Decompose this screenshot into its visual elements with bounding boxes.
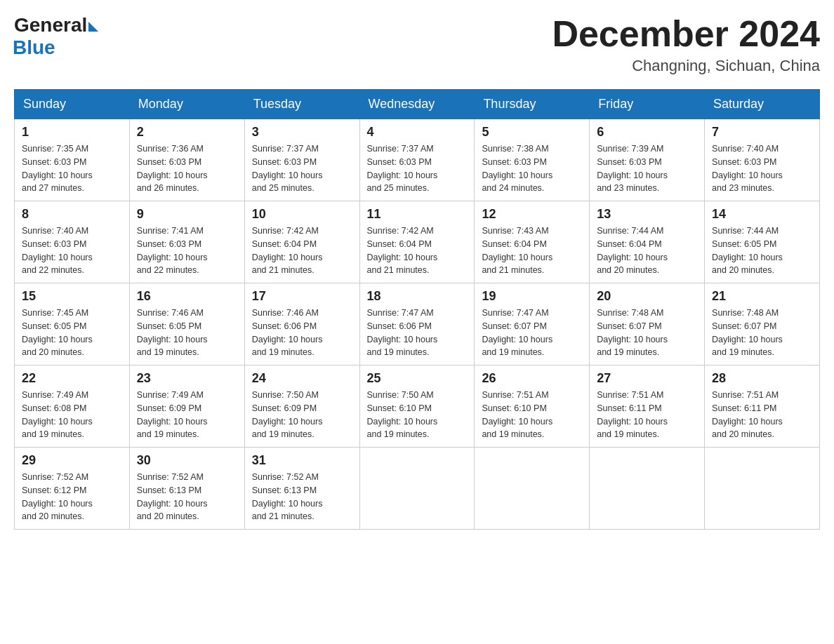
table-row: 8 Sunrise: 7:40 AM Sunset: 6:03 PM Dayli… (15, 201, 130, 283)
day-info: Sunrise: 7:52 AM Sunset: 6:12 PM Dayligh… (22, 471, 122, 523)
day-info: Sunrise: 7:39 AM Sunset: 6:03 PM Dayligh… (597, 142, 697, 195)
day-number: 2 (137, 125, 237, 140)
month-title: December 2024 (552, 14, 820, 54)
day-number: 29 (22, 453, 122, 468)
col-wednesday: Wednesday (359, 90, 475, 119)
day-info: Sunrise: 7:49 AM Sunset: 6:08 PM Dayligh… (22, 389, 122, 441)
day-number: 12 (482, 207, 582, 222)
calendar-week-row: 8 Sunrise: 7:40 AM Sunset: 6:03 PM Dayli… (15, 201, 820, 283)
table-row: 9 Sunrise: 7:41 AM Sunset: 6:03 PM Dayli… (129, 201, 244, 283)
logo: General Blue (14, 14, 98, 59)
table-row (359, 448, 475, 530)
day-number: 7 (712, 125, 812, 140)
table-row: 13 Sunrise: 7:44 AM Sunset: 6:04 PM Dayl… (590, 201, 705, 283)
table-row: 24 Sunrise: 7:50 AM Sunset: 6:09 PM Dayl… (244, 365, 359, 448)
page-header: General Blue December 2024 Changning, Si… (14, 14, 820, 75)
day-info: Sunrise: 7:47 AM Sunset: 6:06 PM Dayligh… (367, 307, 468, 359)
calendar-table: Sunday Monday Tuesday Wednesday Thursday… (14, 89, 820, 530)
table-row: 21 Sunrise: 7:48 AM Sunset: 6:07 PM Dayl… (705, 283, 820, 365)
calendar-week-row: 1 Sunrise: 7:35 AM Sunset: 6:03 PM Dayli… (15, 119, 820, 201)
table-row: 26 Sunrise: 7:51 AM Sunset: 6:10 PM Dayl… (475, 365, 590, 448)
day-number: 20 (597, 289, 697, 304)
table-row: 19 Sunrise: 7:47 AM Sunset: 6:07 PM Dayl… (475, 283, 590, 365)
day-number: 5 (482, 125, 582, 140)
day-info: Sunrise: 7:51 AM Sunset: 6:11 PM Dayligh… (712, 389, 812, 441)
day-info: Sunrise: 7:52 AM Sunset: 6:13 PM Dayligh… (252, 471, 352, 523)
table-row: 18 Sunrise: 7:47 AM Sunset: 6:06 PM Dayl… (359, 283, 475, 365)
title-block: December 2024 Changning, Sichuan, China (552, 14, 820, 75)
day-info: Sunrise: 7:44 AM Sunset: 6:04 PM Dayligh… (597, 224, 697, 277)
calendar-week-row: 22 Sunrise: 7:49 AM Sunset: 6:08 PM Dayl… (15, 365, 820, 448)
day-info: Sunrise: 7:45 AM Sunset: 6:05 PM Dayligh… (22, 307, 122, 359)
col-saturday: Saturday (705, 90, 820, 119)
table-row: 16 Sunrise: 7:46 AM Sunset: 6:05 PM Dayl… (129, 283, 244, 365)
day-info: Sunrise: 7:48 AM Sunset: 6:07 PM Dayligh… (597, 307, 697, 359)
day-number: 14 (712, 207, 812, 222)
table-row: 15 Sunrise: 7:45 AM Sunset: 6:05 PM Dayl… (15, 283, 130, 365)
day-number: 30 (137, 453, 237, 468)
day-info: Sunrise: 7:37 AM Sunset: 6:03 PM Dayligh… (367, 142, 468, 195)
day-number: 22 (22, 371, 122, 386)
day-info: Sunrise: 7:43 AM Sunset: 6:04 PM Dayligh… (482, 224, 582, 277)
table-row: 14 Sunrise: 7:44 AM Sunset: 6:05 PM Dayl… (705, 201, 820, 283)
day-number: 10 (252, 207, 352, 222)
table-row: 22 Sunrise: 7:49 AM Sunset: 6:08 PM Dayl… (15, 365, 130, 448)
day-info: Sunrise: 7:50 AM Sunset: 6:10 PM Dayligh… (367, 389, 468, 441)
day-number: 23 (137, 371, 237, 386)
logo-arrow-icon (88, 22, 98, 32)
table-row: 28 Sunrise: 7:51 AM Sunset: 6:11 PM Dayl… (705, 365, 820, 448)
day-number: 17 (252, 289, 352, 304)
day-info: Sunrise: 7:49 AM Sunset: 6:09 PM Dayligh… (137, 389, 237, 441)
table-row: 20 Sunrise: 7:48 AM Sunset: 6:07 PM Dayl… (590, 283, 705, 365)
col-sunday: Sunday (15, 90, 130, 119)
col-thursday: Thursday (475, 90, 590, 119)
table-row: 6 Sunrise: 7:39 AM Sunset: 6:03 PM Dayli… (590, 119, 705, 201)
day-info: Sunrise: 7:42 AM Sunset: 6:04 PM Dayligh… (367, 224, 468, 277)
location: Changning, Sichuan, China (552, 57, 820, 75)
day-info: Sunrise: 7:46 AM Sunset: 6:06 PM Dayligh… (252, 307, 352, 359)
table-row: 31 Sunrise: 7:52 AM Sunset: 6:13 PM Dayl… (244, 448, 359, 530)
col-friday: Friday (590, 90, 705, 119)
table-row: 30 Sunrise: 7:52 AM Sunset: 6:13 PM Dayl… (129, 448, 244, 530)
day-number: 9 (137, 207, 237, 222)
day-info: Sunrise: 7:50 AM Sunset: 6:09 PM Dayligh… (252, 389, 352, 441)
day-number: 3 (252, 125, 352, 140)
day-info: Sunrise: 7:42 AM Sunset: 6:04 PM Dayligh… (252, 224, 352, 277)
table-row: 12 Sunrise: 7:43 AM Sunset: 6:04 PM Dayl… (475, 201, 590, 283)
table-row: 2 Sunrise: 7:36 AM Sunset: 6:03 PM Dayli… (129, 119, 244, 201)
day-number: 27 (597, 371, 697, 386)
day-info: Sunrise: 7:52 AM Sunset: 6:13 PM Dayligh… (137, 471, 237, 523)
logo-general: General (14, 14, 87, 36)
day-info: Sunrise: 7:48 AM Sunset: 6:07 PM Dayligh… (712, 307, 812, 359)
day-number: 13 (597, 207, 697, 222)
day-number: 24 (252, 371, 352, 386)
day-number: 8 (22, 207, 122, 222)
table-row: 7 Sunrise: 7:40 AM Sunset: 6:03 PM Dayli… (705, 119, 820, 201)
calendar-week-row: 29 Sunrise: 7:52 AM Sunset: 6:12 PM Dayl… (15, 448, 820, 530)
day-info: Sunrise: 7:44 AM Sunset: 6:05 PM Dayligh… (712, 224, 812, 277)
table-row (705, 448, 820, 530)
day-number: 21 (712, 289, 812, 304)
table-row: 25 Sunrise: 7:50 AM Sunset: 6:10 PM Dayl… (359, 365, 475, 448)
table-row: 10 Sunrise: 7:42 AM Sunset: 6:04 PM Dayl… (244, 201, 359, 283)
day-info: Sunrise: 7:37 AM Sunset: 6:03 PM Dayligh… (252, 142, 352, 195)
day-number: 31 (252, 453, 352, 468)
day-number: 18 (367, 289, 468, 304)
table-row: 3 Sunrise: 7:37 AM Sunset: 6:03 PM Dayli… (244, 119, 359, 201)
day-info: Sunrise: 7:51 AM Sunset: 6:11 PM Dayligh… (597, 389, 697, 441)
table-row: 4 Sunrise: 7:37 AM Sunset: 6:03 PM Dayli… (359, 119, 475, 201)
table-row: 1 Sunrise: 7:35 AM Sunset: 6:03 PM Dayli… (15, 119, 130, 201)
table-row: 17 Sunrise: 7:46 AM Sunset: 6:06 PM Dayl… (244, 283, 359, 365)
logo-blue: Blue (13, 36, 98, 59)
calendar-week-row: 15 Sunrise: 7:45 AM Sunset: 6:05 PM Dayl… (15, 283, 820, 365)
table-row: 29 Sunrise: 7:52 AM Sunset: 6:12 PM Dayl… (15, 448, 130, 530)
day-info: Sunrise: 7:46 AM Sunset: 6:05 PM Dayligh… (137, 307, 237, 359)
day-info: Sunrise: 7:41 AM Sunset: 6:03 PM Dayligh… (137, 224, 237, 277)
day-info: Sunrise: 7:35 AM Sunset: 6:03 PM Dayligh… (22, 142, 122, 195)
day-number: 4 (367, 125, 468, 140)
day-info: Sunrise: 7:38 AM Sunset: 6:03 PM Dayligh… (482, 142, 582, 195)
table-row (475, 448, 590, 530)
col-tuesday: Tuesday (244, 90, 359, 119)
table-row: 27 Sunrise: 7:51 AM Sunset: 6:11 PM Dayl… (590, 365, 705, 448)
day-number: 11 (367, 207, 468, 222)
